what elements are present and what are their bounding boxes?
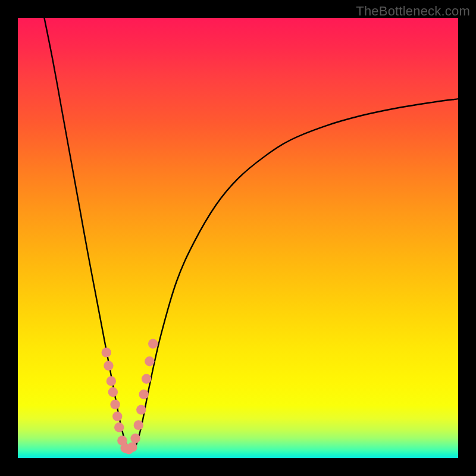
marker-dot (130, 434, 140, 443)
marker-dot (104, 361, 113, 370)
marker-dot (148, 339, 158, 348)
chart-svg (18, 18, 458, 458)
marker-dot (114, 422, 124, 432)
marker-dot (145, 356, 154, 366)
marker-dot (134, 420, 143, 430)
marker-dot (142, 374, 151, 384)
plot-area (18, 18, 458, 458)
marker-dot (127, 442, 137, 452)
marker-dot (108, 387, 118, 397)
marker-dot (107, 376, 116, 386)
marker-dot (139, 390, 148, 399)
marker-dot (136, 405, 146, 414)
attribution-text: TheBottleneck.com (356, 4, 470, 19)
bottleneck-curve-path (44, 18, 458, 452)
curve-layer (44, 18, 458, 452)
marker-dot (112, 412, 122, 421)
chart-frame: TheBottleneck.com (0, 0, 476, 476)
marker-dot (110, 400, 120, 409)
marker-layer (102, 339, 158, 454)
marker-dot (102, 347, 111, 357)
